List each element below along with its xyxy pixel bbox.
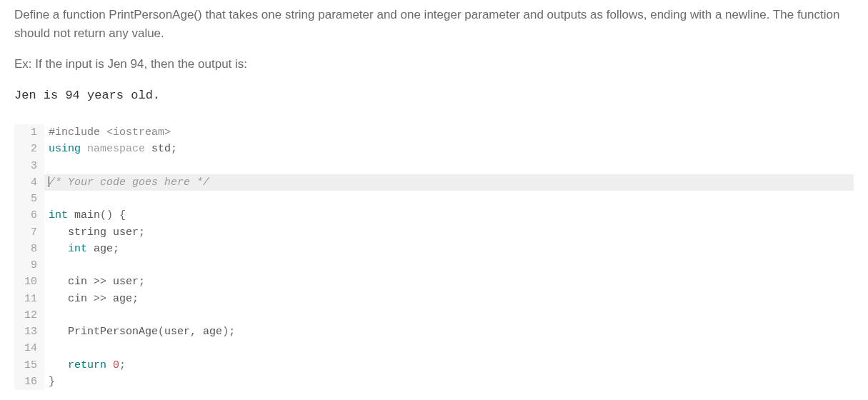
code-token: age (203, 326, 222, 338)
code-token: user (113, 276, 139, 288)
line-number: 11 (14, 291, 44, 307)
code-token: cin (68, 293, 87, 305)
line-content[interactable]: return 0; (44, 357, 854, 374)
code-token: PrintPersonAge (68, 326, 158, 338)
code-line[interactable]: 1#include <iostream> (14, 124, 854, 141)
code-token: 0 (113, 359, 119, 371)
code-line[interactable]: 11 cin >> age; (14, 291, 854, 307)
code-token: #include (49, 126, 100, 139)
line-content[interactable]: cin >> user; (44, 274, 854, 290)
line-content[interactable]: using namespace std; (44, 141, 854, 157)
line-number: 15 (14, 357, 44, 374)
code-token: age (94, 243, 113, 255)
code-line[interactable]: 7 string user; (14, 224, 854, 241)
code-token: ) (222, 326, 229, 338)
code-token: user (164, 326, 190, 338)
code-token: return (68, 359, 106, 371)
line-content[interactable] (44, 307, 854, 324)
code-token: ; (139, 226, 145, 239)
line-number: 16 (14, 374, 44, 390)
code-token: >> (94, 293, 106, 305)
code-token (106, 276, 113, 288)
code-token (145, 143, 151, 155)
code-line[interactable]: 14 (14, 340, 854, 356)
line-number: 6 (14, 207, 44, 224)
code-line[interactable]: 2using namespace std; (14, 141, 854, 157)
code-token: ; (229, 326, 235, 338)
line-number: 4 (14, 174, 44, 191)
code-editor[interactable]: 1#include <iostream>2using namespace std… (14, 124, 854, 390)
line-number: 13 (14, 324, 44, 340)
code-token: user (113, 226, 139, 239)
line-number: 2 (14, 141, 44, 157)
line-content[interactable] (44, 158, 854, 174)
code-token: <iostream> (106, 126, 171, 139)
line-content[interactable]: int age; (44, 241, 854, 257)
code-token: ; (113, 243, 119, 255)
code-token: age (113, 293, 132, 305)
code-token (68, 209, 74, 221)
code-token: namespace (87, 143, 145, 155)
example-label: Ex: If the input is Jen 94, then the out… (14, 55, 854, 74)
line-content[interactable]: cin >> age; (44, 291, 854, 307)
code-token (49, 293, 68, 305)
line-number: 9 (14, 257, 44, 274)
code-line[interactable]: 13 PrintPersonAge(user, age); (14, 324, 854, 340)
code-token (49, 326, 68, 338)
code-token: ; (132, 293, 139, 305)
code-token: int (68, 243, 87, 255)
code-token: >> (94, 276, 106, 288)
code-token (196, 326, 203, 338)
code-line[interactable]: 3 (14, 158, 854, 174)
line-number: 10 (14, 274, 44, 290)
code-token: , (190, 326, 196, 338)
code-line[interactable]: 6int main() { (14, 207, 854, 224)
line-content[interactable] (44, 191, 854, 207)
code-line[interactable]: 9 (14, 257, 854, 274)
code-token: /* Your code goes here */ (49, 176, 209, 189)
code-token: std (151, 143, 171, 155)
code-token (49, 359, 68, 371)
code-token: ; (119, 359, 126, 371)
line-number: 5 (14, 191, 44, 207)
code-token (106, 359, 113, 371)
code-token: string (68, 226, 106, 239)
code-token: int (49, 209, 68, 221)
line-number: 8 (14, 241, 44, 257)
line-number: 14 (14, 340, 44, 356)
code-token (49, 243, 68, 255)
line-content[interactable]: PrintPersonAge(user, age); (44, 324, 854, 340)
code-token (106, 226, 113, 239)
code-token (87, 293, 94, 305)
code-token (49, 226, 68, 239)
line-content[interactable]: } (44, 374, 854, 390)
code-token: cin (68, 276, 87, 288)
code-line[interactable]: 5 (14, 191, 854, 207)
code-line[interactable]: 8 int age; (14, 241, 854, 257)
code-line[interactable]: 16} (14, 374, 854, 390)
code-token: } (49, 376, 55, 388)
question-paragraph: Define a function PrintPersonAge() that … (14, 6, 854, 42)
code-line[interactable]: 10 cin >> user; (14, 274, 854, 290)
example-output: Jen is 94 years old. (14, 86, 854, 105)
code-line[interactable]: 12 (14, 307, 854, 324)
code-line[interactable]: 15 return 0; (14, 357, 854, 374)
code-token (100, 126, 106, 139)
code-line[interactable]: 4/* Your code goes here */ (14, 174, 854, 191)
code-token: ( (158, 326, 164, 338)
line-number: 3 (14, 158, 44, 174)
code-token (87, 276, 94, 288)
line-number: 12 (14, 307, 44, 324)
line-content[interactable] (44, 257, 854, 274)
line-content[interactable]: string user; (44, 224, 854, 241)
code-token (49, 276, 68, 288)
line-content[interactable] (44, 340, 854, 356)
code-token (81, 143, 87, 155)
line-number: 7 (14, 224, 44, 241)
line-content[interactable]: int main() { (44, 207, 854, 224)
line-content[interactable]: /* Your code goes here */ (44, 174, 854, 191)
code-token: using (49, 143, 81, 155)
line-content[interactable]: #include <iostream> (44, 124, 854, 141)
code-token: () (100, 209, 113, 221)
code-token (106, 293, 113, 305)
